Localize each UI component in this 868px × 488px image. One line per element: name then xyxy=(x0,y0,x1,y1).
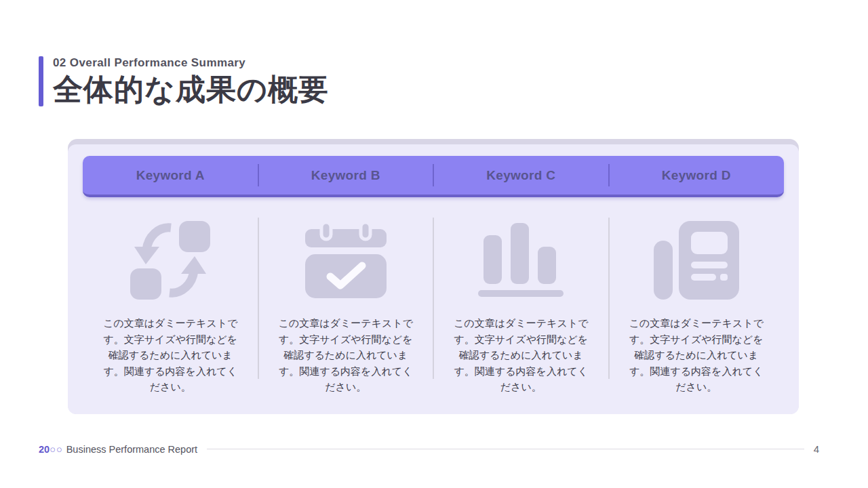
summary-columns: この文章はダミーテキストです。文字サイズや行間などを確認するために入れています。… xyxy=(83,212,784,395)
summary-column-d: この文章はダミーテキストです。文字サイズや行間などを確認するために入れています。… xyxy=(609,212,785,395)
keyword-bar: Keyword A Keyword B Keyword C Keyword D xyxy=(83,156,784,197)
summary-column-b: この文章はダミーテキストです。文字サイズや行間などを確認するために入れています。… xyxy=(258,212,434,395)
footer-report-title: Business Performance Report xyxy=(66,444,197,455)
keyword-d: Keyword D xyxy=(609,156,785,195)
footer-divider-line xyxy=(207,449,804,449)
fax-icon xyxy=(654,220,739,300)
page-title: 全体的な成果の概要 xyxy=(53,73,329,106)
bar-chart-icon xyxy=(478,220,564,300)
column-description: この文章はダミーテキストです。文字サイズや行間などを確認するために入れています。… xyxy=(451,315,591,395)
summary-column-c: この文章はダミーテキストです。文字サイズや行間などを確認するために入れています。… xyxy=(433,212,609,395)
summary-card-body: Keyword A Keyword B Keyword C Keyword D xyxy=(68,144,799,414)
footer-brand: 20○○Business Performance Report xyxy=(39,444,197,455)
slide: 02 Overall Performance Summary 全体的な成果の概要… xyxy=(0,0,868,488)
column-description: この文章はダミーテキストです。文字サイズや行間などを確認するために入れています。… xyxy=(627,315,766,395)
keyword-b: Keyword B xyxy=(258,156,434,195)
summary-card: Keyword A Keyword B Keyword C Keyword D xyxy=(68,139,799,414)
footer-year-circles: ○○ xyxy=(50,444,63,455)
slide-footer: 20○○Business Performance Report 4 xyxy=(39,443,819,455)
header-texts: 02 Overall Performance Summary 全体的な成果の概要 xyxy=(53,56,329,106)
footer-year: 20 xyxy=(39,444,50,455)
keyword-c: Keyword C xyxy=(433,156,609,195)
calendar-check-icon xyxy=(305,220,387,300)
column-description: この文章はダミーテキストです。文字サイズや行間などを確認するために入れています。… xyxy=(100,315,240,395)
slide-header: 02 Overall Performance Summary 全体的な成果の概要 xyxy=(39,56,329,106)
keyword-a: Keyword A xyxy=(83,156,258,195)
sync-icon xyxy=(130,220,211,300)
column-description: この文章はダミーテキストです。文字サイズや行間などを確認するために入れています。… xyxy=(276,315,416,395)
page-number: 4 xyxy=(814,443,819,455)
summary-column-a: この文章はダミーテキストです。文字サイズや行間などを確認するために入れています。… xyxy=(83,212,258,395)
section-label: 02 Overall Performance Summary xyxy=(53,56,329,70)
accent-bar xyxy=(39,56,43,106)
